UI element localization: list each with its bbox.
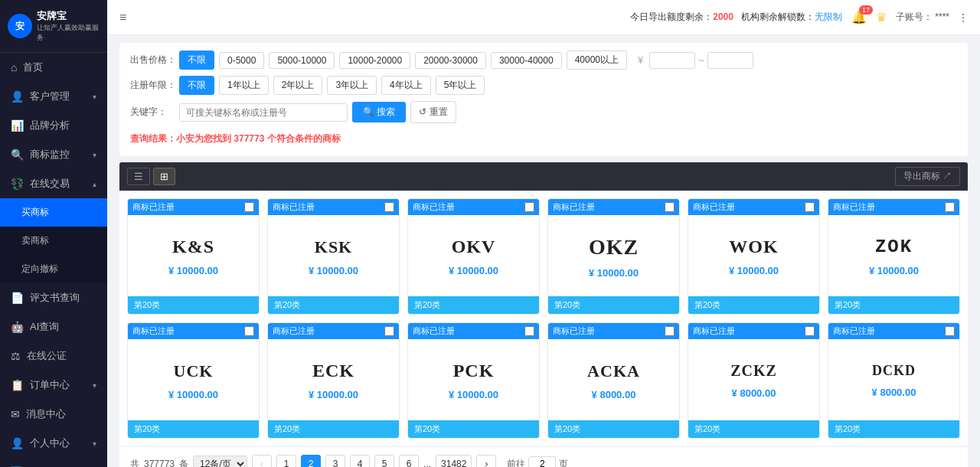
sidebar-item-customer[interactable]: 👤 客户管理 ▾ — [0, 82, 107, 111]
card-header-0: 商标已注册 — [128, 199, 259, 215]
reset-button[interactable]: ↺ 重置 — [410, 101, 456, 123]
sidebar-item-trade[interactable]: 💱 在线交易 ▴ — [0, 169, 107, 198]
sidebar-item-sell[interactable]: 卖商标 — [0, 227, 107, 255]
card-checkbox-11[interactable] — [945, 326, 955, 336]
card-header-6: 商标已注册 — [128, 323, 259, 339]
card-footer-7: 第20类 — [268, 420, 399, 438]
card-header-3: 商标已注册 — [548, 199, 679, 215]
chevron-icon: ▾ — [93, 93, 96, 101]
page-size-select[interactable]: 12条/页 24条/页 48条/页 — [193, 456, 247, 467]
search-button[interactable]: 🔍 搜索 — [352, 102, 406, 122]
sidebar-sub-trade: 买商标 卖商标 定向撤标 — [0, 198, 107, 283]
tm-card-9[interactable]: 商标已注册 ACKA ¥ 8000.00 第20类 — [547, 322, 680, 439]
page-btn-4[interactable]: 4 — [350, 455, 370, 467]
price-btn-20000-30000[interactable]: 20000-30000 — [415, 52, 486, 69]
page-btn-last[interactable]: 31482 — [436, 455, 472, 467]
price-btn-40000plus[interactable]: 40000以上 — [567, 51, 627, 70]
tm-status-1: 商标已注册 — [273, 201, 315, 213]
tm-card-2[interactable]: 商标已注册 OKV ¥ 10000.00 第20类 — [407, 198, 540, 315]
page-btn-1[interactable]: 1 — [276, 455, 296, 467]
year-btn-5[interactable]: 5年以上 — [436, 76, 485, 95]
sidebar-item-order[interactable]: 📋 订单中心 ▾ — [0, 371, 107, 400]
grid-view-btn[interactable]: ⊞ — [153, 168, 175, 185]
tm-status-10: 商标已注册 — [693, 325, 735, 337]
page-btn-3[interactable]: 3 — [325, 455, 345, 467]
card-checkbox-9[interactable] — [665, 326, 675, 336]
card-checkbox-7[interactable] — [384, 326, 394, 336]
sidebar-item-review[interactable]: 📄 评文书查询 — [0, 283, 107, 312]
price-btn-10000-20000[interactable]: 10000-20000 — [339, 52, 410, 69]
card-body-0: K&S ¥ 10000.00 — [128, 215, 259, 292]
tm-card-1[interactable]: 商标已注册 KSK ¥ 10000.00 第20类 — [267, 198, 400, 315]
tm-card-5[interactable]: 商标已注册 ZOK ¥ 10000.00 第20类 — [828, 198, 960, 315]
keyword-input[interactable] — [179, 103, 348, 122]
tm-card-0[interactable]: 商标已注册 K&S ¥ 10000.00 第20类 — [127, 198, 260, 315]
sidebar-item-devlog[interactable]: 📝 开发日志 — [0, 458, 107, 467]
more-icon[interactable]: ⋮ — [959, 12, 968, 23]
sidebar-item-notary[interactable]: ⚖ 在线公证 — [0, 341, 107, 371]
card-checkbox-4[interactable] — [805, 202, 815, 212]
list-view-btn[interactable]: ☰ — [127, 168, 150, 185]
tm-card-10[interactable]: 商标已注册 ZCKZ ¥ 8000.00 第20类 — [688, 322, 820, 439]
tm-card-8[interactable]: 商标已注册 PCK ¥ 10000.00 第20类 — [407, 322, 540, 439]
price-btn-unlimited[interactable]: 不限 — [179, 51, 214, 70]
page-prev-btn[interactable]: ‹ — [252, 455, 272, 467]
sidebar-item-direct[interactable]: 定向撤标 — [0, 255, 107, 283]
year-btn-4[interactable]: 4年以上 — [381, 76, 431, 95]
card-checkbox-3[interactable] — [665, 202, 675, 212]
card-header-2: 商标已注册 — [408, 199, 539, 215]
goto-input[interactable] — [528, 456, 556, 467]
tm-card-6[interactable]: 商标已注册 UCK ¥ 10000.00 第20类 — [127, 322, 260, 439]
card-body-11: DCKD ¥ 8000.00 — [828, 339, 959, 416]
sidebar-item-brand[interactable]: 📊 品牌分析 — [0, 111, 107, 140]
price-btn-0-5000[interactable]: 0-5000 — [219, 52, 264, 69]
tm-card-3[interactable]: 商标已注册 OKZ ¥ 10000.00 第20类 — [547, 198, 680, 315]
price-btn-30000-40000[interactable]: 30000-40000 — [491, 52, 562, 69]
bell-wrap[interactable]: 🔔 17 — [851, 10, 867, 24]
card-checkbox-6[interactable] — [244, 326, 254, 336]
menu-toggle-icon[interactable]: ≡ — [119, 11, 126, 24]
ai-icon: 🤖 — [11, 321, 24, 333]
search-icon: 🔍 — [363, 106, 374, 117]
total-suffix: 条 — [179, 458, 188, 468]
year-btn-2[interactable]: 2年以上 — [273, 76, 323, 95]
monitor-icon: 🔍 — [11, 149, 24, 161]
sidebar-item-monitor[interactable]: 🔍 商标监控 ▾ — [0, 140, 107, 169]
year-btn-3[interactable]: 3年以上 — [327, 76, 377, 95]
sidebar-item-buy[interactable]: 买商标 — [0, 198, 107, 227]
card-checkbox-8[interactable] — [524, 326, 534, 336]
tm-price-9: ¥ 8000.00 — [592, 389, 636, 400]
tm-card-11[interactable]: 商标已注册 DCKD ¥ 8000.00 第20类 — [828, 322, 960, 439]
sidebar-item-home[interactable]: ⌂ 首页 — [0, 53, 107, 82]
page-btn-2[interactable]: 2 — [301, 455, 321, 467]
page-btn-5[interactable]: 5 — [374, 455, 394, 467]
price-btn-5000-10000[interactable]: 5000-10000 — [269, 52, 335, 69]
price-min-input[interactable] — [649, 52, 695, 69]
year-btn-1[interactable]: 1年以上 — [219, 76, 269, 95]
page-btn-6[interactable]: 6 — [399, 455, 419, 467]
year-btn-unlimited[interactable]: 不限 — [179, 76, 214, 95]
view-toggle: ☰ ⊞ — [127, 168, 175, 185]
card-checkbox-0[interactable] — [244, 202, 254, 212]
export-button[interactable]: 导出商标 ↗ — [895, 167, 960, 186]
page-next-btn[interactable]: › — [476, 455, 496, 467]
tm-card-7[interactable]: 商标已注册 ECK ¥ 10000.00 第20类 — [267, 322, 400, 439]
card-checkbox-10[interactable] — [805, 326, 815, 336]
card-body-10: ZCKZ ¥ 8000.00 — [688, 339, 819, 416]
card-body-2: OKV ¥ 10000.00 — [408, 215, 539, 292]
org-value: 无限制 — [815, 11, 842, 22]
card-header-5: 商标已注册 — [828, 199, 959, 215]
tm-card-4[interactable]: 商标已注册 WOK ¥ 10000.00 第20类 — [688, 198, 820, 315]
card-checkbox-2[interactable] — [524, 202, 534, 212]
sidebar-item-msg[interactable]: ✉ 消息中心 — [0, 400, 107, 429]
sidebar-item-personal[interactable]: 👤 个人中心 ▾ — [0, 429, 107, 458]
tm-status-8: 商标已注册 — [413, 325, 455, 337]
card-checkbox-5[interactable] — [945, 202, 955, 212]
personal-icon: 👤 — [11, 437, 24, 449]
price-max-input[interactable] — [707, 52, 753, 69]
sidebar-item-ai[interactable]: 🤖 AI查询 — [0, 312, 107, 341]
card-checkbox-1[interactable] — [384, 202, 394, 212]
sidebar-label-personal: 个人中心 — [30, 436, 70, 450]
tm-price-10: ¥ 8000.00 — [732, 387, 776, 399]
sidebar-label-buy: 买商标 — [21, 206, 49, 219]
